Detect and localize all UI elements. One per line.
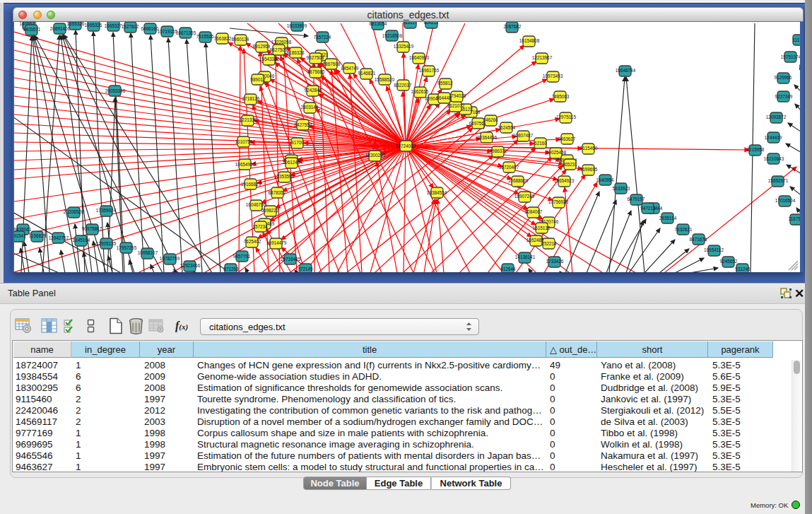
svg-text:1527602: 1527602 [122,24,139,29]
svg-text:6479197: 6479197 [628,197,645,201]
svg-text:746266: 746266 [483,117,498,122]
svg-text:3875685: 3875685 [307,69,325,74]
svg-text:9327508: 9327508 [307,55,324,60]
svg-text:963127: 963127 [402,22,418,25]
svg-text:9115460: 9115460 [580,146,598,151]
svg-text:12213967: 12213967 [532,55,553,60]
svg-text:16961755: 16961755 [419,68,440,73]
svg-text:2087682: 2087682 [504,24,522,29]
svg-text:15692971: 15692971 [768,178,789,183]
svg-text:1362615: 1362615 [411,89,429,94]
svg-text:13226058: 13226058 [271,40,292,45]
svg-text:12975115: 12975115 [556,115,576,119]
svg-text:8186328: 8186328 [287,50,305,55]
svg-text:10973493: 10973493 [543,74,563,78]
svg-text:17016504: 17016504 [775,198,796,203]
svg-text:15588520: 15588520 [375,77,395,82]
svg-text:18640910: 18640910 [409,55,430,60]
svg-text:7515526: 7515526 [196,34,214,39]
svg-text:16543382: 16543382 [259,57,280,62]
svg-text:11173: 11173 [793,37,800,42]
svg-text:9245652: 9245652 [720,259,738,264]
svg-text:8878352: 8878352 [269,190,286,195]
svg-text:16782759: 16782759 [160,256,180,261]
svg-text:10756928: 10756928 [548,199,569,204]
svg-text:9146821: 9146821 [358,71,376,76]
svg-text:2803144: 2803144 [301,105,319,110]
svg-text:9699695: 9699695 [580,167,598,172]
svg-text:989012: 989012 [250,77,266,82]
svg-text:8427552: 8427552 [295,122,312,127]
svg-text:2867608: 2867608 [323,62,341,66]
svg-text:10958107: 10958107 [138,250,158,255]
svg-text:3624554: 3624554 [498,125,516,130]
svg-text:9084067: 9084067 [525,209,543,214]
svg-text:7357224: 7357224 [314,35,331,40]
svg-text:1065327: 1065327 [105,23,122,28]
svg-text:1221338: 1221338 [240,117,257,122]
svg-text:1655326: 1655326 [67,22,85,26]
svg-text:12923466: 12923466 [180,263,201,268]
svg-text:13325419: 13325419 [394,44,414,49]
svg-text:931245: 931245 [735,267,751,271]
svg-text:16648784: 16648784 [616,68,636,73]
svg-text:947213: 947213 [640,206,656,211]
svg-text:1733426: 1733426 [546,259,564,264]
svg-text:1640954: 1640954 [596,177,614,182]
svg-text:16210643: 16210643 [764,156,784,161]
svg-text:9827509: 9827509 [270,47,288,52]
svg-text:8813054: 8813054 [370,22,387,26]
svg-text:12942757: 12942757 [49,235,69,240]
svg-text:10025458: 10025458 [546,150,567,155]
svg-text:16671355: 16671355 [176,30,196,35]
svg-text:10654965: 10654965 [235,162,256,167]
svg-text:9129966: 9129966 [775,75,792,80]
svg-text:1621072: 1621072 [447,103,465,108]
svg-text:1615132: 1615132 [533,226,551,230]
svg-text:1405571: 1405571 [23,27,41,32]
svg-text:10654112: 10654112 [704,247,724,252]
svg-text:1244419: 1244419 [765,135,782,140]
svg-text:1061245: 1061245 [283,160,300,165]
svg-text:12505135: 12505135 [96,241,117,246]
svg-text:12353594: 12353594 [274,174,295,179]
svg-text:7663822: 7663822 [214,36,232,41]
svg-text:5698222: 5698222 [261,208,279,213]
svg-text:964448: 964448 [436,95,452,100]
svg-text:20053346: 20053346 [105,88,126,93]
svg-text:19166829: 19166829 [241,182,261,187]
svg-text:7632621: 7632621 [675,227,693,232]
svg-text:12093872: 12093872 [766,115,787,119]
svg-text:15716485: 15716485 [281,257,301,262]
svg-text:16154808: 16154808 [519,38,540,43]
svg-text:15720407: 15720407 [499,165,519,170]
svg-text:6466160: 6466160 [141,26,159,31]
svg-text:14136141: 14136141 [515,255,536,259]
svg-text:10719155: 10719155 [158,29,178,34]
svg-text:252214: 252214 [541,241,557,246]
svg-text:18907249: 18907249 [514,194,535,199]
svg-text:8960124: 8960124 [232,37,249,42]
svg-text:9227349: 9227349 [775,94,793,99]
svg-text:8322037: 8322037 [394,83,412,88]
svg-text:2718126: 2718126 [242,96,260,101]
svg-text:17957255: 17957255 [117,245,137,250]
svg-text:9242848: 9242848 [305,88,322,93]
svg-text:19384554: 19384554 [427,190,447,195]
svg-text:1345194: 1345194 [73,238,90,243]
svg-text:17359924: 17359924 [96,208,117,213]
svg-text:912644: 912644 [500,267,516,271]
svg-text:972145: 972145 [298,267,313,271]
svg-text:8454749: 8454749 [341,66,359,71]
svg-text:965231: 965231 [562,162,577,167]
svg-text:2935114: 2935114 [659,216,677,221]
svg-text:18724007: 18724007 [396,144,416,148]
svg-text:955812: 955812 [437,81,453,86]
svg-text:991541: 991541 [14,233,26,238]
svg-text:19218506: 19218506 [382,33,403,38]
svg-text:90975867: 90975867 [82,226,102,231]
svg-text:1065326: 1065326 [85,23,102,28]
svg-text:8215958: 8215958 [747,147,765,152]
svg-text:16914479: 16914479 [266,240,287,245]
svg-text:9457791: 9457791 [233,254,251,259]
